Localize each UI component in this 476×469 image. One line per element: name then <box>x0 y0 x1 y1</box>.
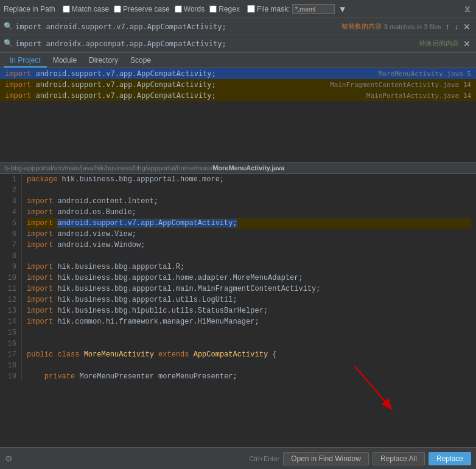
replace-icon: 🔍 <box>4 39 13 48</box>
scope-tabs: In Project Module Directory Scope <box>0 53 476 68</box>
code-line: package hik.business.bbg.appportal.home.… <box>27 174 471 185</box>
words-group: Words <box>175 5 205 13</box>
find-input[interactable] <box>15 23 334 31</box>
main-container: Replace in Path Match case Preserve case… <box>0 0 476 469</box>
code-line: import android.view.Window; <box>27 240 471 251</box>
find-icon: 🔍 <box>4 22 13 31</box>
shortcut-hint: Ctrl+Enter <box>249 455 279 462</box>
code-line: import android.os.Bundle; <box>27 207 471 218</box>
code-line <box>27 327 471 338</box>
code-line <box>27 360 471 371</box>
file-mask-input[interactable] <box>292 4 335 14</box>
line-numbers: 1 2 3 4 5 6 7 8 9 10 11 12 13 14 15 16 1… <box>0 174 22 381</box>
code-line: import hik.business.bbg.appportal.home.a… <box>27 273 471 283</box>
code-line: import hik.business.bbg.appportal.R; <box>27 262 471 273</box>
replace-actions: ✕ <box>461 39 472 49</box>
result-filename: MainPortalActivity.java 14 <box>366 92 471 100</box>
open-in-find-window-button[interactable]: Open in Find Window <box>283 452 369 465</box>
code-line: import android.content.Intent; <box>27 196 471 207</box>
next-match-button[interactable]: ↓ <box>453 22 461 32</box>
prev-match-button[interactable]: ↑ <box>444 22 452 32</box>
code-line: import hik.business.bbg.appportal.main.M… <box>27 283 471 294</box>
settings-button[interactable]: ⚙ <box>5 454 13 464</box>
regex-group: Regex <box>209 5 240 13</box>
result-item[interactable]: import android.support.v7.app.AppCompatA… <box>0 68 476 79</box>
code-line <box>27 251 471 262</box>
file-mask-checkbox[interactable] <box>247 5 255 13</box>
tab-in-project[interactable]: In Project <box>4 54 47 68</box>
file-mask-dropdown[interactable]: ▼ <box>337 4 349 14</box>
find-row: 🔍 被替换的内容 3 matches in 3 files ↑ ↓ ✕ <box>0 18 476 35</box>
result-code: import android.support.v7.app.AppCompatA… <box>5 91 216 100</box>
tab-scope[interactable]: Scope <box>124 54 157 68</box>
result-filename: MoreMenuActivity.java 5 <box>379 70 471 78</box>
code-editor[interactable]: 1 2 3 4 5 6 7 8 9 10 11 12 13 14 15 16 1… <box>0 174 476 381</box>
code-line: import hik.common.hi.framework.manager.H… <box>27 316 471 327</box>
replace-hint: 替换后的内容 <box>419 39 459 48</box>
words-checkbox[interactable] <box>175 5 182 13</box>
code-line <box>27 338 471 349</box>
code-line: import hik.business.bbg.appportal.utils.… <box>27 294 471 305</box>
file-mask-label: File mask: <box>257 5 290 13</box>
close-replace-button[interactable]: ✕ <box>461 39 472 49</box>
replace-all-button[interactable]: Replace All <box>373 452 425 465</box>
tab-directory[interactable]: Directory <box>83 54 124 68</box>
replace-input[interactable] <box>15 40 411 48</box>
close-find-button[interactable]: ✕ <box>461 22 472 32</box>
code-lines: package hik.business.bbg.appportal.home.… <box>22 174 476 381</box>
search-panel: 🔍 被替换的内容 3 matches in 3 files ↑ ↓ ✕ 🔍 替换… <box>0 18 476 53</box>
code-line: public class MoreMenuActivity extends Ap… <box>27 349 471 360</box>
preserve-case-group: Preserve case <box>114 5 170 13</box>
toolbar: Replace in Path Match case Preserve case… <box>0 0 476 18</box>
code-line: private MoreMenuPresenter moreMenuPresen… <box>27 371 471 381</box>
match-count: 3 matches in 3 files <box>384 23 441 30</box>
result-code: import android.support.v7.app.AppCompatA… <box>5 69 216 78</box>
find-hint: 被替换的内容 <box>341 22 382 31</box>
match-case-group: Match case <box>63 5 109 13</box>
match-case-checkbox[interactable] <box>63 5 70 13</box>
bottom-bar: ⚙ Ctrl+Enter Open in Find Window Replace… <box>0 447 476 469</box>
find-actions: ↑ ↓ ✕ <box>444 22 472 32</box>
regex-label: Regex <box>219 5 240 13</box>
result-item[interactable]: import android.support.v7.app.AppCompatA… <box>0 90 476 101</box>
filepath-bar: b-bbg-appportal/src/main/java/hik/busine… <box>0 162 476 174</box>
filter-button[interactable]: ⧖ <box>463 4 472 14</box>
code-line-highlighted: import android.support.v7.app.AppCompatA… <box>27 218 471 229</box>
code-line: import hik.business.bbg.hipublic.utils.S… <box>27 305 471 316</box>
filepath-base: b-bbg-appportal/src/main/java/hik/busine… <box>5 164 212 172</box>
replace-row: 🔍 替换后的内容 ✕ <box>0 35 476 52</box>
preserve-case-checkbox[interactable] <box>114 5 121 13</box>
results-panel[interactable]: import android.support.v7.app.AppCompatA… <box>0 68 476 162</box>
code-line: import android.view.View; <box>27 229 471 240</box>
tab-module[interactable]: Module <box>47 54 83 68</box>
preserve-case-label: Preserve case <box>123 5 170 13</box>
words-label: Words <box>184 5 205 13</box>
code-line <box>27 185 471 196</box>
match-case-label: Match case <box>72 5 109 13</box>
file-mask-group: File mask: ▼ <box>247 4 349 14</box>
filepath-bold: MoreMenuActivity.java <box>212 164 284 172</box>
regex-checkbox[interactable] <box>209 5 217 13</box>
result-filename: MainFragmentContentActivity.java 14 <box>330 81 471 89</box>
result-code: import android.support.v7.app.AppCompatA… <box>5 80 216 89</box>
toolbar-title: Replace in Path <box>4 5 55 13</box>
result-item[interactable]: import android.support.v7.app.AppCompatA… <box>0 79 476 90</box>
replace-button[interactable]: Replace <box>429 452 471 465</box>
